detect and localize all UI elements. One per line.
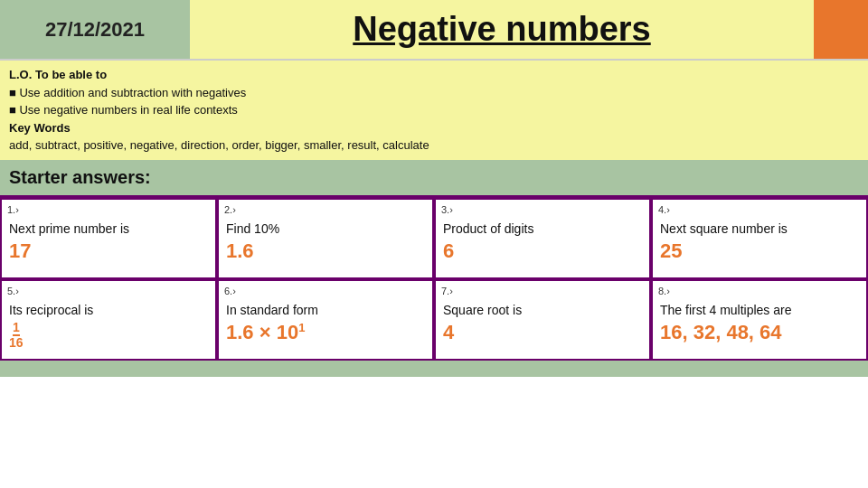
cell-answer-7: 4: [443, 321, 642, 344]
cell-question-3: Product of digits: [443, 221, 642, 236]
page-title: Negative numbers: [353, 10, 650, 49]
superscript-1: 1: [298, 321, 305, 334]
starter-label: Starter answers:: [9, 167, 151, 187]
cell-answer-2: 1.6: [226, 239, 425, 263]
cell-number-5: 5.›: [7, 286, 19, 296]
cell-number-2: 2.›: [224, 204, 236, 215]
cell-question-4: Next square number is: [660, 221, 859, 236]
key-words-label: Key Words: [9, 121, 71, 135]
lo-bullet-2: ■ Use negative numbers in real life cont…: [9, 103, 238, 117]
cell-question-1: Next prime number is: [9, 221, 208, 236]
cell-answer-3: 6: [443, 239, 642, 263]
answer-cell-3: 3.› Product of digits 6: [434, 198, 651, 279]
cell-question-7: Square root is: [443, 303, 642, 317]
cell-number-8: 8.›: [658, 286, 670, 296]
cell-number-3: 3.›: [441, 204, 453, 215]
answer-cell-6: 6.› In standard form 1.6 × 101: [217, 279, 434, 361]
cell-answer-6: 1.6 × 101: [226, 321, 425, 344]
lo-section: L.O. To be able to ■ Use addition and su…: [0, 59, 868, 160]
cell-question-5: Its reciprocal is: [9, 303, 208, 317]
answer-cell-5: 5.› Its reciprocal is 1 16: [0, 279, 217, 361]
answer-cell-4: 4.› Next square number is 25: [651, 198, 868, 279]
cell-question-2: Find 10%: [226, 221, 425, 236]
date-text: 27/12/2021: [45, 18, 145, 42]
cell-question-8: The first 4 multiples are: [660, 303, 859, 317]
answer-cell-1: 1.› Next prime number is 17: [0, 198, 217, 279]
accent-box: [814, 0, 868, 59]
cell-number-7: 7.›: [441, 286, 453, 296]
answer-cell-7: 7.› Square root is 4: [434, 279, 651, 361]
lo-intro: L.O. To be able to: [9, 68, 107, 81]
cell-answer-1: 17: [9, 239, 208, 263]
answer-cell-8: 8.› The first 4 multiples are 16, 32, 48…: [651, 279, 868, 361]
cell-number-6: 6.›: [224, 286, 236, 296]
bottom-strip: [0, 361, 868, 377]
cell-answer-8: 16, 32, 48, 64: [660, 321, 859, 344]
answer-grid: 1.› Next prime number is 17 2.› Find 10%…: [0, 195, 868, 361]
answer-cell-2: 2.› Find 10% 1.6: [217, 198, 434, 279]
cell-number-4: 4.›: [658, 204, 670, 215]
starter-bar: Starter answers:: [0, 160, 868, 195]
title-box: Negative numbers: [190, 0, 814, 59]
cell-question-6: In standard form: [226, 303, 425, 317]
cell-number-1: 1.›: [7, 204, 19, 215]
fraction-display: 1 16: [9, 321, 24, 349]
key-words-text: add, subtract, positive, negative, direc…: [9, 138, 429, 152]
date-box: 27/12/2021: [0, 0, 190, 59]
cell-answer-4: 25: [660, 239, 859, 263]
lo-bullet-1: ■ Use addition and subtraction with nega…: [9, 86, 246, 99]
cell-answer-5: 1 16: [9, 321, 208, 349]
